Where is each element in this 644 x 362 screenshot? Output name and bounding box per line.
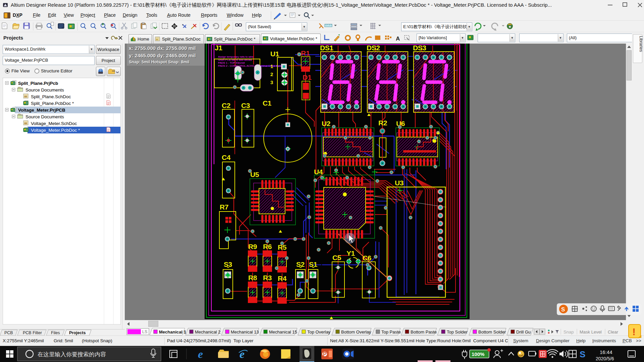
svg-text:J1: J1 xyxy=(215,44,222,52)
svg-text:U2: U2 xyxy=(322,120,330,127)
svg-text:x: 2755.000 dx: 2755.000: x: 2755.000 dx: 2755.000 mil xyxy=(129,45,196,51)
svg-text:S: S xyxy=(580,349,585,359)
svg-text:Mechanical 2: Mechanical 2 xyxy=(195,329,221,335)
svg-text:!: ! xyxy=(632,326,636,337)
svg-text:Mask Level: Mask Level xyxy=(580,329,602,335)
svg-text:PADS 2 - COMP DRGL ACHG to ter: PADS 2 - COMP DRGL ACHG to terminal Deca… xyxy=(218,64,287,67)
svg-text:e: e xyxy=(239,348,245,360)
svg-text:R3: R3 xyxy=(263,274,272,282)
svg-text:C4: C4 xyxy=(222,154,231,161)
svg-text:C5: C5 xyxy=(332,254,341,261)
svg-text:y: 2465.000 dy: 2465.000: y: 2465.000 dy: 2465.000 mil xyxy=(129,53,196,58)
svg-text:R4: R4 xyxy=(278,275,287,282)
svg-text:Drill Gu: Drill Gu xyxy=(516,329,531,335)
svg-text:PADS 1 - TOP Elecnet: PADS 1 - TOP Elecnet xyxy=(218,61,245,64)
svg-text:Snap: Snap xyxy=(564,329,574,335)
svg-text:R8: R8 xyxy=(248,274,257,282)
svg-text:C2: C2 xyxy=(222,102,230,109)
svg-text:Split_Plane.PcbDoc *: Split_Plane.PcbDoc * xyxy=(31,101,74,106)
svg-text:R9: R9 xyxy=(248,243,257,250)
svg-text:Mechanical 13: Mechanical 13 xyxy=(231,329,259,335)
svg-text:1: 1 xyxy=(270,63,273,69)
svg-text:DS3: DS3 xyxy=(413,44,426,52)
svg-text:Files: Files xyxy=(51,330,60,335)
svg-text:Y1: Y1 xyxy=(346,249,355,257)
svg-text:16:44: 16:44 xyxy=(600,349,612,355)
svg-text:Source Documents: Source Documents xyxy=(25,114,64,119)
svg-text:Voltage_Meter.SchDoc: Voltage_Meter.SchDoc xyxy=(31,121,77,126)
svg-text:100%: 100% xyxy=(472,351,484,357)
svg-text:Clear: Clear xyxy=(608,329,619,335)
svg-text:Snap: 5mil Hotspot Snap: 8mil: Snap: 5mil Hotspot Snap: 8mil xyxy=(129,60,190,64)
svg-text:Bottom Overlay: Bottom Overlay xyxy=(341,329,371,335)
svg-text:S3: S3 xyxy=(224,260,232,268)
svg-text:Projects: Projects xyxy=(69,330,86,335)
svg-text:PCB: PCB xyxy=(4,330,13,335)
svg-text:C6: C6 xyxy=(363,254,371,262)
svg-text:Top Overlay: Top Overlay xyxy=(307,329,331,335)
svg-text:S1: S1 xyxy=(309,260,318,268)
svg-text:R6: R6 xyxy=(263,243,272,250)
svg-text:Voltage_Meter.PrjPCB: Voltage_Meter.PrjPCB xyxy=(18,108,65,113)
svg-text:LS: LS xyxy=(142,329,147,334)
svg-text:R2: R2 xyxy=(378,119,387,127)
svg-text:A: A xyxy=(396,36,400,42)
svg-text:DS2: DS2 xyxy=(367,44,380,52)
svg-text:Bottom Paste: Bottom Paste xyxy=(411,329,437,335)
svg-text:2020/5/6: 2020/5/6 xyxy=(596,356,614,361)
svg-text:3: 3 xyxy=(270,79,273,85)
svg-text:Assign temporary nets to wire: Assign temporary nets to wire xyxy=(218,55,254,58)
svg-text:Source Documents: Source Documents xyxy=(25,87,64,93)
svg-text:Top Paste: Top Paste xyxy=(381,329,401,335)
svg-text:Mechanical 15: Mechanical 15 xyxy=(269,329,297,335)
svg-text:U1: U1 xyxy=(270,50,279,58)
svg-text:C3: C3 xyxy=(241,102,250,109)
svg-text:U3: U3 xyxy=(395,179,404,187)
svg-text:Split_Plane.SchDoc: Split_Plane.SchDoc xyxy=(31,94,71,99)
svg-text:DS1: DS1 xyxy=(320,44,333,52)
svg-text:Split_Plane.PrjPcb: Split_Plane.PrjPcb xyxy=(18,81,58,86)
svg-text:在这里输入你要搜索的内容: 在这里输入你要搜索的内容 xyxy=(38,351,106,358)
svg-text:Mechanical 1: Mechanical 1 xyxy=(159,329,186,335)
svg-text:C1: C1 xyxy=(263,99,272,107)
svg-text:e: e xyxy=(198,348,203,360)
svg-text:D1: D1 xyxy=(303,73,312,81)
svg-text:R1: R1 xyxy=(301,49,310,57)
svg-text:Top Solder: Top Solder xyxy=(447,329,468,335)
svg-text:P: P xyxy=(323,351,327,357)
svg-text:S: S xyxy=(561,306,565,313)
svg-text:S2: S2 xyxy=(296,260,305,268)
svg-text:U4: U4 xyxy=(314,168,323,176)
svg-text:Voltage_Meter.PcbDoc *: Voltage_Meter.PcbDoc * xyxy=(31,128,80,133)
svg-text:R7: R7 xyxy=(220,203,228,211)
svg-text:2: 2 xyxy=(270,71,273,77)
svg-text:PCB Filter: PCB Filter xyxy=(23,330,42,335)
svg-text:Bottom Solder: Bottom Solder xyxy=(478,329,506,335)
